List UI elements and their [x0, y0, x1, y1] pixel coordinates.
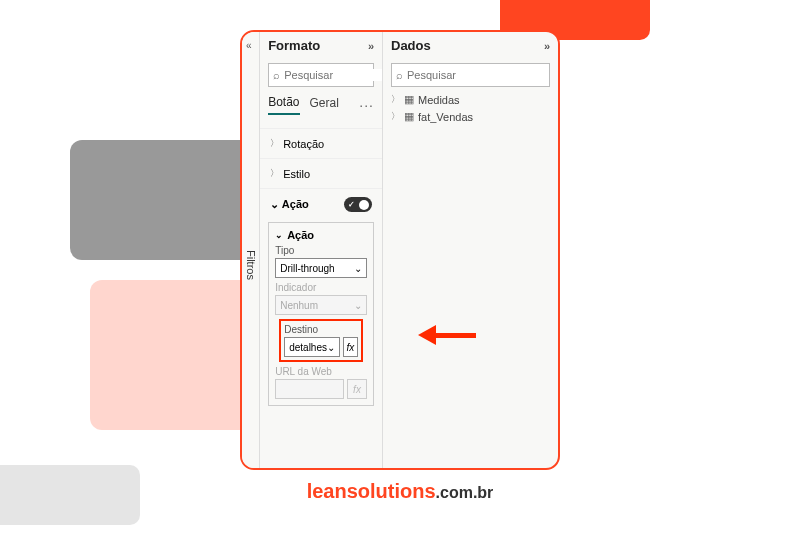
format-tabs: Botão Geral ··· — [260, 91, 382, 115]
chevron-down-icon: ⌄ — [327, 342, 335, 353]
data-title: Dados — [391, 38, 431, 53]
indicador-label: Indicador — [275, 282, 367, 293]
table-icon: ▦ — [404, 93, 414, 106]
fx-button[interactable]: fx — [343, 337, 358, 357]
brand-suffix: .com.br — [436, 484, 494, 501]
acao-toggle[interactable] — [344, 197, 372, 212]
chevron-left-icon[interactable]: « — [246, 40, 252, 51]
filtros-label: Filtros — [245, 220, 257, 280]
annotation-arrow — [418, 325, 476, 345]
search-icon: ⌕ — [273, 69, 280, 81]
chevron-down-icon: ⌄ — [354, 263, 362, 274]
format-header: Formato » — [260, 32, 382, 59]
more-button[interactable]: ··· — [359, 97, 374, 113]
url-input — [275, 379, 344, 399]
chevron-right-icon[interactable]: » — [368, 40, 374, 52]
tab-geral[interactable]: Geral — [310, 96, 339, 114]
section-rotacao[interactable]: 〉 Rotação — [260, 129, 382, 159]
data-search-input[interactable] — [403, 69, 545, 81]
chevron-down-icon: ⌄ — [270, 198, 279, 210]
chevron-right-icon: 〉 — [391, 93, 400, 106]
fx-button-disabled: fx — [347, 379, 367, 399]
data-item-label: Medidas — [418, 94, 460, 106]
format-title: Formato — [268, 38, 320, 53]
data-item-label: fat_Vendas — [418, 111, 473, 123]
chevron-right-icon: 〉 — [270, 137, 279, 150]
section-acao-header[interactable]: ⌄ Ação — [260, 189, 382, 220]
section-estilo[interactable]: 〉 Estilo — [260, 159, 382, 189]
section-label: Estilo — [283, 168, 310, 180]
acao-subpanel: ⌄ Ação Tipo Drill-through ⌄ Indicador Ne… — [268, 222, 374, 406]
chevron-down-icon: ⌄ — [354, 300, 362, 311]
format-search[interactable]: ⌕ — [268, 63, 374, 87]
chevron-right-icon: 〉 — [391, 110, 400, 123]
tab-botao[interactable]: Botão — [268, 95, 299, 115]
search-icon: ⌕ — [396, 69, 403, 81]
destino-select[interactable]: detalhes ⌄ — [284, 337, 340, 357]
destino-label: Destino — [284, 324, 358, 335]
format-panel: Formato » ⌕ Botão Geral ··· 〉 Rotação 〉 … — [260, 32, 383, 468]
properties-panel: « Filtros Formato » ⌕ Botão Geral ··· 〉 … — [240, 30, 560, 470]
indicador-select: Nenhum ⌄ — [275, 295, 367, 315]
section-label: Rotação — [283, 138, 324, 150]
tipo-select[interactable]: Drill-through ⌄ — [275, 258, 367, 278]
chevron-right-icon: 〉 — [270, 167, 279, 180]
destino-value: detalhes — [289, 342, 327, 353]
chevron-down-icon: ⌄ — [275, 230, 283, 240]
data-search[interactable]: ⌕ — [391, 63, 550, 87]
tipo-label: Tipo — [275, 245, 367, 256]
filtros-tab[interactable]: Filtros — [242, 32, 260, 468]
chevron-right-icon[interactable]: » — [544, 40, 550, 52]
brand-footer: leansolutions.com.br — [0, 480, 800, 503]
indicador-value: Nenhum — [280, 300, 318, 311]
table-icon: ▦ — [404, 110, 414, 123]
data-panel: Dados » ⌕ 〉 ▦ Medidas 〉 ▦ fat_Vendas — [383, 32, 558, 468]
tipo-value: Drill-through — [280, 263, 334, 274]
url-label: URL da Web — [275, 366, 367, 377]
section-label: Ação — [282, 198, 309, 210]
format-search-input[interactable] — [280, 69, 383, 81]
brand-main: leansolutions — [307, 480, 436, 502]
acao-sub-label: Ação — [287, 229, 314, 241]
data-header: Dados » — [383, 32, 558, 59]
acao-sub-header[interactable]: ⌄ Ação — [275, 229, 367, 241]
data-item-fatvendas[interactable]: 〉 ▦ fat_Vendas — [383, 108, 558, 125]
destino-highlight: Destino detalhes ⌄ fx — [279, 319, 363, 362]
data-item-medidas[interactable]: 〉 ▦ Medidas — [383, 91, 558, 108]
